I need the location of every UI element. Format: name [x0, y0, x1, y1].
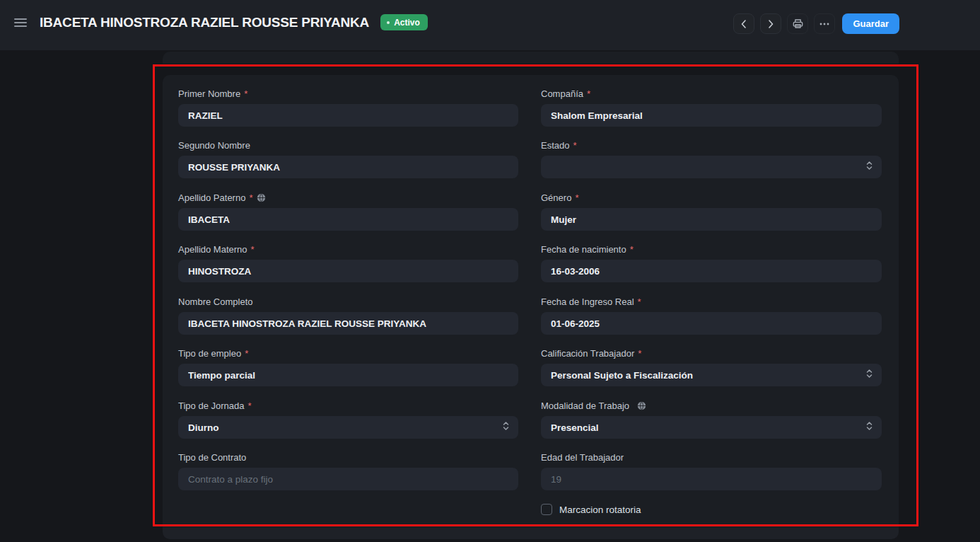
menu-icon[interactable] — [10, 12, 31, 33]
estado-select[interactable] — [541, 156, 882, 178]
chevron-left-icon — [741, 20, 747, 28]
card-section-bottom — [163, 528, 899, 539]
field-tipo-de-jornada: Tipo de Jornada* — [178, 400, 518, 439]
header: IBACETA HINOSTROZA RAZIEL ROUSSE PRIYANK… — [0, 0, 980, 50]
apellido-materno-input[interactable] — [178, 260, 518, 282]
field-label: Segundo Nombre — [178, 140, 250, 151]
required-asterisk: * — [575, 192, 578, 203]
field-label: Calificación Trabajador — [541, 348, 634, 359]
field-label: Estado — [541, 140, 569, 151]
field-nombre-completo: Nombre Completo — [178, 296, 518, 335]
page-title: IBACETA HINOSTROZA RAZIEL ROUSSE PRIYANK… — [40, 15, 369, 30]
more-options-button[interactable] — [814, 13, 835, 34]
required-asterisk: * — [573, 140, 576, 151]
tipo-de-jornada-select[interactable] — [178, 416, 518, 439]
field-label: Primer Nombre — [178, 88, 240, 99]
select-chevrons-icon[interactable] — [503, 421, 509, 431]
field-label: Fecha de nacimiento — [541, 244, 626, 255]
field-label: Nombre Completo — [178, 296, 253, 307]
field-label: Tipo de Jornada — [178, 400, 244, 411]
required-asterisk: * — [587, 88, 590, 99]
next-record-button[interactable] — [760, 13, 781, 34]
field-genero: Género* — [541, 192, 882, 231]
select-chevrons-icon[interactable] — [866, 421, 873, 431]
field-segundo-nombre: Segundo Nombre — [178, 140, 518, 178]
field-tipo-de-empleo: Tipo de empleo* — [178, 348, 518, 386]
tipo-de-empleo-input[interactable] — [178, 364, 518, 386]
field-primer-nombre: Primer Nombre* — [178, 88, 518, 127]
genero-input[interactable] — [541, 208, 882, 231]
printer-icon — [792, 18, 804, 30]
chevron-right-icon — [768, 20, 774, 28]
field-apellido-paterno: Apellido Paterno* — [178, 192, 518, 231]
globe-icon — [257, 193, 266, 202]
field-fecha-de-ingreso-real: Fecha de Ingreso Real* — [541, 296, 882, 335]
card-section-top — [163, 52, 899, 64]
apellido-paterno-input[interactable] — [178, 208, 518, 231]
status-dot-icon — [387, 21, 390, 24]
marcacion-rotatoria-checkbox[interactable] — [541, 504, 552, 515]
field-label: Apellido Materno — [178, 244, 247, 255]
nombre-completo-input[interactable] — [178, 312, 518, 335]
field-label: Tipo de Contrato — [178, 452, 246, 463]
field-edad-del-trabajador: Edad del Trabajador — [541, 452, 882, 490]
field-estado: Estado* — [541, 140, 882, 178]
print-button[interactable] — [787, 13, 808, 34]
tipo-de-contrato-input[interactable] — [178, 468, 518, 490]
primer-nombre-input[interactable] — [178, 104, 518, 127]
field-label: Modalidad de Trabajo — [541, 400, 629, 411]
field-label: Fecha de Ingreso Real — [541, 296, 634, 307]
field-calificacion-trabajador: Calificación Trabajador* — [541, 348, 882, 386]
fecha-de-nacimiento-input[interactable] — [541, 260, 882, 282]
field-label: Edad del Trabajador — [541, 452, 624, 463]
field-marcacion-rotatoria: Marcacion rotatoria — [541, 504, 641, 515]
required-asterisk: * — [251, 244, 255, 255]
edad-del-trabajador-input — [541, 468, 882, 490]
field-compania: Compañía* — [541, 88, 882, 127]
required-asterisk: * — [247, 400, 251, 411]
calificacion-trabajador-select[interactable] — [541, 364, 882, 386]
field-label: Compañía — [541, 88, 583, 99]
required-asterisk: * — [249, 192, 252, 203]
required-asterisk: * — [245, 348, 248, 359]
compania-input[interactable] — [541, 104, 882, 127]
field-label: Género — [541, 192, 571, 203]
field-label: Tipo de empleo — [178, 348, 241, 359]
prev-record-button[interactable] — [733, 13, 754, 34]
fecha-de-ingreso-real-input[interactable] — [541, 312, 882, 335]
modalidad-de-trabajo-select[interactable] — [541, 416, 882, 439]
required-asterisk: * — [638, 348, 641, 359]
field-fecha-de-nacimiento: Fecha de nacimiento* — [541, 244, 882, 282]
save-button[interactable]: Guardar — [842, 13, 899, 34]
status-badge-label: Activo — [394, 18, 420, 28]
required-asterisk: * — [638, 296, 641, 307]
field-tipo-de-contrato: Tipo de Contrato — [178, 452, 518, 490]
field-modalidad-de-trabajo: Modalidad de Trabajo — [541, 400, 882, 439]
header-actions: Guardar — [733, 13, 899, 34]
ellipsis-icon — [819, 18, 830, 30]
checkbox-label: Marcacion rotatoria — [559, 504, 641, 515]
required-asterisk: * — [244, 88, 247, 99]
field-apellido-materno: Apellido Materno* — [178, 244, 518, 282]
required-asterisk: * — [630, 244, 634, 255]
select-chevrons-icon[interactable] — [866, 369, 873, 379]
segundo-nombre-input[interactable] — [178, 156, 518, 178]
field-label: Apellido Paterno — [178, 192, 245, 203]
globe-icon — [637, 401, 646, 410]
select-chevrons-icon[interactable] — [866, 161, 873, 171]
status-badge: Activo — [380, 14, 428, 30]
